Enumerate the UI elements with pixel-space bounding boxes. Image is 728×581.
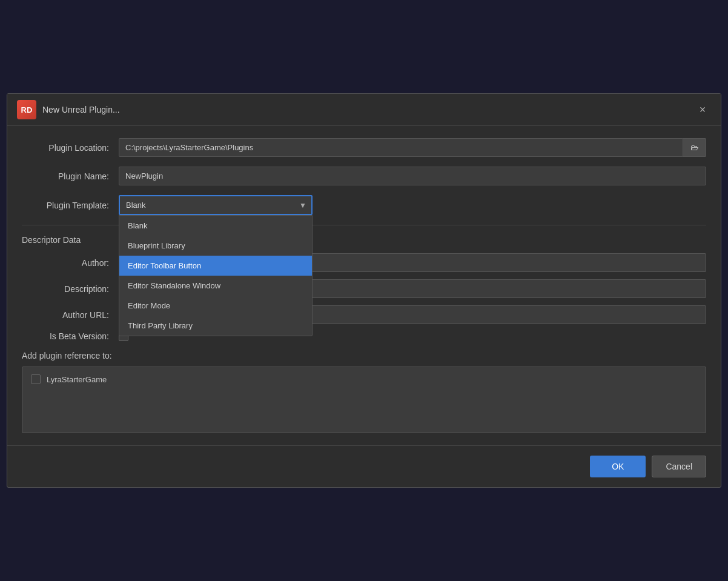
plugin-location-input[interactable] [119, 138, 683, 157]
dialog-body: Plugin Location: 🗁 Plugin Name: Plugin T… [7, 126, 721, 445]
dropdown-item-editor-toolbar-button[interactable]: Editor Toolbar Button [119, 256, 312, 276]
cancel-button[interactable]: Cancel [652, 456, 706, 477]
author-label: Author: [22, 258, 119, 268]
plugin-template-dropdown[interactable]: Blank [119, 195, 313, 215]
dropdown-item-blank[interactable]: Blank [119, 216, 312, 236]
dropdown-item-editor-standalone-window[interactable]: Editor Standalone Window [119, 276, 312, 296]
dropdown-item-editor-mode[interactable]: Editor Mode [119, 296, 312, 316]
folder-browse-button[interactable]: 🗁 [683, 138, 706, 157]
plugin-location-input-group: 🗁 [119, 138, 706, 157]
close-button[interactable]: × [694, 101, 711, 118]
lyra-starter-game-label: LyraStarterGame [47, 375, 107, 384]
dropdown-item-third-party-library[interactable]: Third Party Library [119, 316, 312, 336]
ok-button[interactable]: OK [590, 456, 646, 477]
list-item: LyraStarterGame [31, 374, 697, 384]
plugin-ref-section-label: Add plugin reference to: [22, 351, 706, 360]
plugin-location-row: Plugin Location: 🗁 [22, 138, 706, 157]
plugin-name-row: Plugin Name: [22, 167, 706, 185]
dialog-title: New Unreal Plugin... [42, 105, 120, 115]
dropdown-item-blueprint-library[interactable]: Blueprint Library [119, 236, 312, 256]
app-icon: RD [17, 100, 36, 119]
plugin-location-label: Plugin Location: [22, 143, 119, 153]
title-bar-left: RD New Unreal Plugin... [17, 100, 120, 119]
is-beta-version-label: Is Beta Version: [22, 331, 119, 341]
folder-icon: 🗁 [690, 143, 698, 152]
dropdown-menu: Blank Blueprint Library Editor Toolbar B… [119, 215, 313, 336]
plugin-template-label: Plugin Template: [22, 201, 119, 210]
plugin-name-label: Plugin Name: [22, 171, 119, 181]
new-plugin-dialog: RD New Unreal Plugin... × Plugin Locatio… [7, 93, 721, 488]
description-label: Description: [22, 284, 119, 294]
plugin-ref-section: Add plugin reference to: LyraStarterGame [22, 351, 706, 433]
plugin-name-input[interactable] [119, 167, 706, 185]
plugin-template-row: Plugin Template: Blank ▼ Blank Blueprint… [22, 195, 706, 215]
plugin-ref-box: LyraStarterGame [22, 367, 706, 433]
plugin-template-dropdown-wrapper: Blank ▼ Blank Blueprint Library Editor T… [119, 195, 313, 215]
author-url-label: Author URL: [22, 310, 119, 320]
title-bar: RD New Unreal Plugin... × [7, 94, 721, 126]
dialog-footer: OK Cancel [7, 445, 721, 487]
lyra-starter-game-checkbox[interactable] [31, 374, 41, 384]
